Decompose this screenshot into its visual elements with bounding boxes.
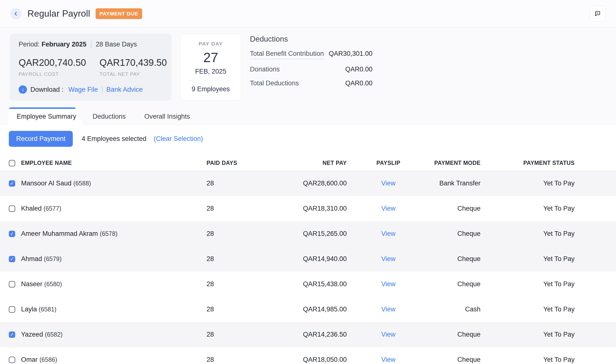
chevron-left-icon: [14, 11, 18, 16]
total-deductions-label: Total Deductions: [250, 79, 299, 87]
table-row: Khaled (6577) 28 QAR18,310.00 View Chequ…: [0, 196, 616, 221]
action-row: Record Payment 4 Employees selected (Cle…: [0, 126, 616, 147]
period-label: Period:: [19, 41, 40, 48]
row-checkbox[interactable]: ✓: [9, 231, 15, 237]
payment-status-cell: Yet To Pay: [480, 280, 574, 288]
net-pay-cell: QAR14,985.00: [243, 306, 347, 313]
payslip-view-link[interactable]: View: [381, 230, 395, 237]
row-checkbox[interactable]: ✓: [9, 180, 15, 187]
employee-id: (6580): [44, 281, 62, 287]
row-checkbox[interactable]: [9, 306, 15, 313]
paid-days-cell: 28: [207, 255, 243, 263]
download-label: Download :: [30, 86, 63, 93]
payslip-view-link[interactable]: View: [381, 306, 395, 313]
payment-mode-cell: Cheque: [430, 230, 480, 237]
payday-employee-count: 9 Employees: [185, 85, 236, 93]
payday-day: 27: [185, 50, 236, 65]
summary-section: Period: February 2025 28 Base Days QAR20…: [0, 27, 616, 107]
payroll-cost-value: QAR200,740.50: [19, 57, 99, 68]
employee-name: Layla: [21, 306, 37, 313]
period-value: February 2025: [42, 41, 86, 48]
col-net-pay: NET PAY: [243, 160, 347, 166]
row-checkbox[interactable]: [9, 357, 15, 363]
payment-mode-cell: Cheque: [430, 280, 480, 288]
paid-days-cell: 28: [207, 280, 243, 288]
paid-days-cell: 28: [207, 205, 243, 212]
donations-label: Donations: [250, 65, 280, 73]
employee-summary-panel: Record Payment 4 Employees selected (Cle…: [0, 126, 616, 364]
payday-label: PAY DAY: [185, 41, 236, 47]
select-all-checkbox[interactable]: [9, 160, 15, 166]
tab-overall-insights[interactable]: Overall Insights: [135, 107, 199, 126]
payslip-view-link[interactable]: View: [381, 331, 395, 338]
table-row: ✓ Mansoor Al Saud (6588) 28 QAR28,600.00…: [0, 171, 616, 196]
net-pay-cell: QAR18,050.00: [243, 356, 347, 364]
employee-id: (6578): [100, 230, 117, 237]
table-body: ✓ Mansoor Al Saud (6588) 28 QAR28,600.00…: [0, 171, 616, 364]
divider: [187, 81, 234, 81]
paid-days-cell: 28: [207, 180, 243, 187]
col-payment-mode: PAYMENT MODE: [430, 160, 480, 166]
row-checkbox[interactable]: ✓: [9, 331, 15, 338]
payday-month-year: FEB, 2025: [185, 68, 236, 75]
wage-file-link[interactable]: Wage File: [68, 86, 98, 93]
net-pay-cell: QAR15,438.00: [243, 280, 347, 288]
total-net-pay-value: QAR170,439.50: [99, 57, 180, 68]
payment-status-cell: Yet To Pay: [480, 331, 574, 338]
record-payment-button[interactable]: Record Payment: [9, 131, 73, 147]
employee-id: (6586): [40, 356, 57, 363]
payment-status-cell: Yet To Pay: [480, 180, 574, 187]
back-button[interactable]: [10, 8, 22, 19]
employee-id: (6579): [44, 255, 61, 262]
payslip-view-link[interactable]: View: [381, 255, 395, 262]
row-checkbox[interactable]: [9, 281, 15, 287]
tab-employee-summary[interactable]: Employee Summary: [8, 107, 83, 126]
payday-card: PAY DAY 27 FEB, 2025 9 Employees: [180, 34, 241, 101]
comments-button[interactable]: [589, 6, 606, 22]
table-row: Naseer (6580) 28 QAR15,438.00 View Chequ…: [0, 272, 616, 297]
payslip-view-link[interactable]: View: [381, 180, 395, 187]
row-checkbox[interactable]: [9, 206, 15, 212]
clear-selection-link[interactable]: (Clear Selection): [154, 135, 203, 143]
payroll-cost-label: PAYROLL COST: [19, 71, 99, 77]
col-employee-name: EMPLOYEE NAME: [21, 160, 207, 166]
bank-advice-link[interactable]: Bank Advice: [106, 86, 143, 93]
total-deductions-value: QAR0.00: [345, 79, 372, 87]
divider: [91, 41, 91, 48]
paid-days-cell: 28: [207, 356, 243, 364]
net-pay-cell: QAR14,940.00: [243, 255, 347, 263]
payment-mode-cell: Bank Transfer: [430, 180, 480, 187]
payment-status-cell: Yet To Pay: [480, 356, 574, 364]
employee-id: (6588): [73, 180, 91, 187]
table-row: ✓ Yazeed (6582) 28 QAR14,236.50 View Che…: [0, 322, 616, 347]
payment-status-cell: Yet To Pay: [480, 306, 574, 313]
employee-id: (6581): [39, 306, 56, 313]
net-pay-cell: QAR28,600.00: [243, 180, 347, 187]
row-checkbox[interactable]: ✓: [9, 256, 15, 262]
base-days: 28 Base Days: [96, 41, 137, 48]
payment-mode-cell: Cheque: [430, 331, 480, 338]
total-benefit-contribution-value: QAR30,301.00: [329, 50, 372, 57]
payment-mode-cell: Cheque: [430, 205, 480, 212]
payslip-view-link[interactable]: View: [381, 356, 395, 363]
payslip-view-link[interactable]: View: [381, 205, 395, 212]
employee-id: (6582): [45, 331, 62, 338]
employee-name: Yazeed: [21, 331, 43, 338]
table-row: Layla (6581) 28 QAR14,985.00 View Cash Y…: [0, 297, 616, 322]
paid-days-cell: 28: [207, 331, 243, 338]
table-header: EMPLOYEE NAME PAID DAYS NET PAY PAYSLIP …: [0, 156, 616, 171]
net-pay-cell: QAR15,265.00: [243, 230, 347, 237]
arrow-down-circle-icon[interactable]: ↓: [19, 85, 27, 94]
payslip-view-link[interactable]: View: [381, 280, 395, 288]
employee-name: Ahmad: [21, 255, 42, 262]
payment-status-cell: Yet To Pay: [480, 230, 574, 237]
table-row: ✓ Ahmad (6579) 28 QAR14,940.00 View Cheq…: [0, 246, 616, 272]
employee-id: (6577): [44, 205, 61, 212]
employee-name: Ameer Muhammad Akram: [21, 230, 98, 237]
donations-value: QAR0.00: [345, 65, 372, 73]
table-row: Omar (6586) 28 QAR18,050.00 View Cheque …: [0, 347, 616, 364]
employee-name: Naseer: [21, 280, 42, 288]
payment-mode-cell: Cheque: [430, 356, 480, 364]
col-payment-status: PAYMENT STATUS: [480, 160, 574, 166]
tab-deductions[interactable]: Deductions: [83, 107, 135, 126]
